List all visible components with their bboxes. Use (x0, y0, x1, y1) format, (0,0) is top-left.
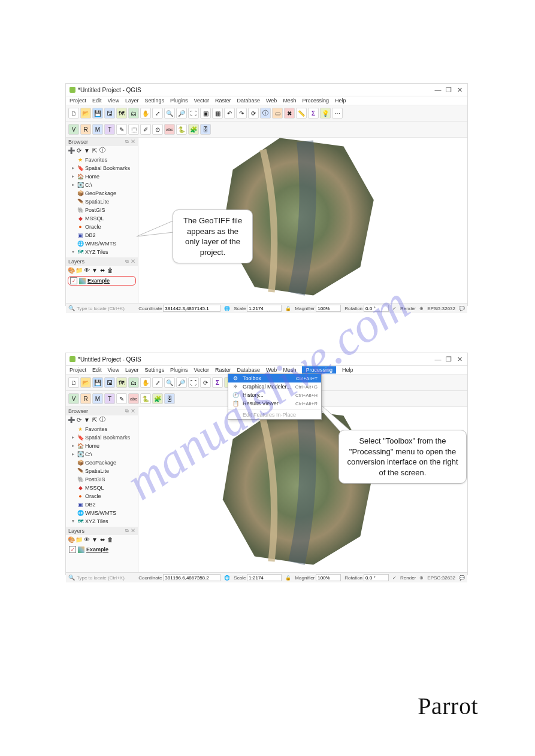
coordinate-field[interactable] (163, 574, 220, 581)
menu-plugins[interactable]: Plugins (170, 367, 188, 373)
browser-collapse-icon[interactable]: ⇱ (92, 417, 98, 423)
browser-tree[interactable]: ★Favorites▸🔖Spatial Bookmarks▸🏠Home▸💽C:\… (66, 154, 138, 257)
scale-field[interactable] (247, 574, 282, 581)
layer-example[interactable]: ✓ Example (68, 276, 136, 286)
zoom-layer-icon[interactable]: ▦ (212, 108, 223, 119)
measure-icon[interactable]: 📏 (296, 108, 307, 119)
menu-database[interactable]: Database (237, 367, 261, 373)
add-raster-icon[interactable]: R (80, 393, 91, 404)
layout-icon[interactable]: 🗺 (116, 108, 127, 119)
browser-node-db2[interactable]: ▣DB2 (66, 231, 138, 239)
browser-node-gpkg[interactable]: 📦GeoPackage (66, 459, 138, 467)
browser-refresh-icon[interactable]: ⟳ (76, 417, 82, 423)
db-icon[interactable]: 🗄 (164, 393, 175, 404)
digitize-icon[interactable]: ✐ (140, 124, 151, 135)
expand-icon[interactable]: ▸ (72, 451, 75, 458)
expand-icon[interactable]: ▸ (72, 173, 75, 180)
browser-panel-controls[interactable]: ⧉ ✕ (125, 408, 135, 414)
browser-collapse-icon[interactable]: ⇱ (92, 147, 98, 153)
browser-node-pg[interactable]: 🐘PostGIS (66, 206, 138, 214)
crs-value[interactable]: EPSG:32632 (427, 575, 455, 581)
magnifier-field[interactable] (316, 574, 341, 581)
pan-icon[interactable]: ✋ (140, 108, 151, 119)
expand-icon[interactable]: ▸ (72, 165, 75, 172)
menu-edit[interactable]: Edit (92, 98, 102, 104)
add-delimited-icon[interactable]: T (104, 124, 115, 135)
zoom-full-icon[interactable]: ⛶ (188, 377, 199, 388)
browser-node-xyz[interactable]: ▾🗺XYZ Tiles (66, 517, 138, 526)
browser-add-icon[interactable]: ➕ (68, 147, 74, 153)
coordinate-field[interactable] (163, 305, 220, 312)
locator-search[interactable]: 🔍Type to locate (Ctrl+K) (68, 305, 125, 311)
browser-node-oracle[interactable]: ●Oracle (66, 223, 138, 231)
add-delimited-icon[interactable]: T (104, 393, 115, 404)
browser-props-icon[interactable]: ⓘ (99, 417, 105, 423)
layer-visibility-checkbox[interactable]: ✓ (69, 546, 76, 553)
layers-manage-icon[interactable]: 👁 (84, 536, 90, 542)
browser-add-icon[interactable]: ➕ (68, 417, 74, 423)
menu-raster[interactable]: Raster (215, 367, 231, 373)
db-icon[interactable]: 🗄 (200, 124, 211, 135)
menu-layer[interactable]: Layer (125, 367, 139, 373)
zoom-out-icon[interactable]: 🔎 (176, 108, 187, 119)
expand-icon[interactable]: ▸ (72, 442, 75, 450)
add-mesh-icon[interactable]: M (92, 124, 103, 135)
layers-filter-icon[interactable]: ▼ (92, 267, 98, 273)
expand-icon[interactable]: ▸ (72, 181, 75, 189)
crs-toggle-icon[interactable]: 🌐 (224, 306, 230, 311)
lock-icon[interactable]: 🔒 (285, 306, 291, 311)
browser-refresh-icon[interactable]: ⟳ (76, 147, 82, 153)
layout-manager-icon[interactable]: 🗂 (128, 108, 139, 119)
sigma-icon[interactable]: Σ (308, 108, 319, 119)
layers-list[interactable]: ✓ Example (66, 544, 138, 572)
browser-node-wms[interactable]: 🌐WMS/WMTS (66, 509, 138, 517)
abc-icon[interactable]: abc (164, 124, 175, 135)
menu-help[interactable]: Help (335, 98, 346, 104)
close-button[interactable]: ✕ (455, 356, 464, 363)
layers-filter-icon[interactable]: ▼ (92, 536, 98, 542)
vertex-icon[interactable]: ⬚ (128, 124, 139, 135)
scale-field[interactable] (247, 305, 282, 312)
messages-icon[interactable]: 💬 (459, 306, 465, 311)
expand-icon[interactable]: ▸ (72, 434, 75, 441)
browser-node-oracle[interactable]: ●Oracle (66, 492, 138, 500)
new-project-icon[interactable]: 🗋 (68, 108, 79, 119)
layers-panel-controls[interactable]: ⧉ ✕ (125, 259, 135, 265)
add-vector-icon[interactable]: V (68, 393, 79, 404)
menu-view[interactable]: View (108, 98, 119, 104)
layers-manage-icon[interactable]: 👁 (84, 267, 90, 273)
browser-node-feather[interactable]: 🪶SpatiaLite (66, 198, 138, 206)
add-raster-icon[interactable]: R (80, 124, 91, 135)
save-project-icon[interactable]: 💾 (92, 377, 103, 388)
browser-filter-icon[interactable]: ▼ (84, 147, 90, 153)
rotation-field[interactable] (364, 305, 389, 312)
abc-icon[interactable]: abc (128, 393, 139, 404)
add-vector-icon[interactable]: V (68, 124, 79, 135)
layers-remove-icon[interactable]: 🗑 (107, 536, 113, 542)
browser-node-drive[interactable]: ▸💽C:\ (66, 450, 138, 459)
browser-panel-controls[interactable]: ⧉ ✕ (125, 139, 135, 145)
menu-layer[interactable]: Layer (125, 98, 139, 104)
browser-node-bookmark[interactable]: ▸🔖Spatial Bookmarks (66, 433, 138, 442)
menu-item-history-[interactable]: 🕘History...Ctrl+Alt+H (228, 391, 321, 399)
browser-node-home[interactable]: ▸🏠Home (66, 442, 138, 450)
menu-item-graphical-modeler-[interactable]: ⚛Graphical Modeler...Ctrl+Alt+G (228, 382, 321, 391)
menu-processing[interactable]: Processing (302, 98, 329, 104)
zoom-last-icon[interactable]: ↶ (224, 108, 235, 119)
menu-edit[interactable]: Edit (92, 367, 102, 373)
plugin-icon[interactable]: 🧩 (188, 124, 199, 135)
pan-selection-icon[interactable]: ⤢ (152, 108, 163, 119)
browser-node-bookmark[interactable]: ▸🔖Spatial Bookmarks (66, 164, 138, 172)
browser-node-gpkg[interactable]: 📦GeoPackage (66, 189, 138, 198)
browser-props-icon[interactable]: ⓘ (99, 147, 105, 153)
browser-node-wms[interactable]: 🌐WMS/WMTS (66, 239, 138, 248)
browser-filter-icon[interactable]: ▼ (84, 417, 90, 423)
menu-help[interactable]: Help (342, 367, 353, 373)
browser-node-home[interactable]: ▸🏠Home (66, 172, 138, 181)
render-check[interactable]: ✓ (392, 575, 397, 581)
crs-toggle-icon[interactable]: 🌐 (224, 575, 230, 581)
layers-remove-icon[interactable]: 🗑 (107, 267, 113, 273)
python-icon[interactable]: 🐍 (140, 393, 151, 404)
layer-example[interactable]: ✓ Example (68, 545, 136, 554)
menu-plugins[interactable]: Plugins (170, 98, 188, 104)
